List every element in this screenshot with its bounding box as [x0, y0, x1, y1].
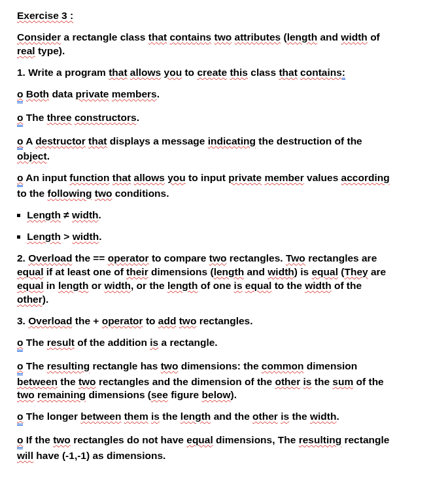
- bullet-o-icon: o: [17, 111, 23, 127]
- bullet-square-icon: [17, 214, 20, 217]
- bullet-o-icon: o: [17, 410, 23, 426]
- q1-header: 1. Write a program that allows you to cr…: [17, 66, 431, 80]
- q1-item-private-members: o Both data private members.: [17, 88, 431, 103]
- q1-condition-gt: Length > width.: [17, 230, 431, 244]
- q1-condition-neq: Length ≠ width.: [17, 209, 431, 222]
- bullet-o-icon: o: [17, 171, 23, 187]
- q3-item-dimensions: o The resulting rectangle has two dimens…: [17, 360, 431, 403]
- q3-header: 3. Overload the + operator to add two re…: [17, 314, 431, 328]
- q3-item-length-width: o The longer between them is the length …: [17, 410, 431, 426]
- bullet-o-icon: o: [17, 434, 23, 449]
- bullet-o-icon: o: [17, 88, 23, 103]
- heading-exercise: Exercise 3 :: [17, 9, 431, 23]
- q2-paragraph: 2. Overload the == operator to compare t…: [17, 252, 431, 307]
- bullet-o-icon: o: [17, 360, 23, 375]
- q3-item-no-equal: o If the two rectangles do not have equa…: [17, 434, 431, 463]
- q1-item-constructors: o The three constructors.: [17, 111, 431, 127]
- q1-item-destructor: o A destructor that displays a message i…: [17, 135, 431, 164]
- intro-paragraph: Consider a rectangle class that contains…: [17, 31, 431, 58]
- bullet-o-icon: o: [17, 135, 23, 150]
- bullet-o-icon: o: [17, 336, 23, 352]
- q1-item-input-function: o An input function that allows you to i…: [17, 171, 431, 201]
- bullet-square-icon: [17, 235, 20, 239]
- q3-item-result-rectangle: o The result of the addition is a rectan…: [17, 336, 431, 352]
- title-text: Exercise 3 :: [17, 10, 73, 21]
